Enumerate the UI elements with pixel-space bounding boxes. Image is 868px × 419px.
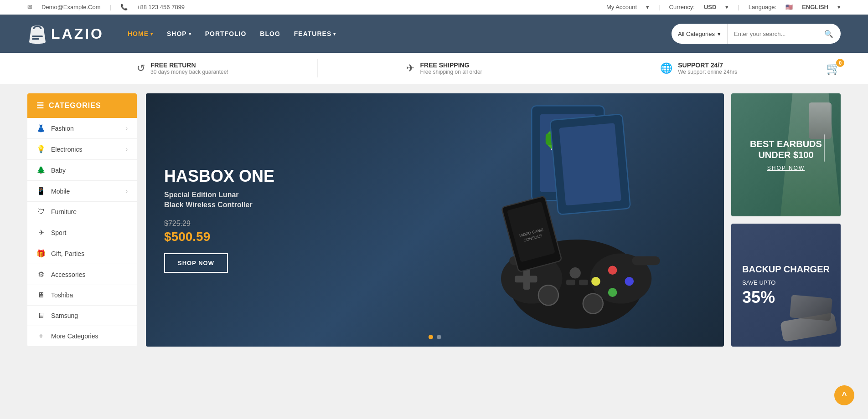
- banner-price-old: $725.29: [164, 220, 274, 228]
- search-bar: All Categories ▾ 🔍: [672, 24, 841, 44]
- cart-button[interactable]: 🛒 0: [826, 61, 841, 76]
- search-button[interactable]: 🔍: [817, 30, 841, 38]
- fashion-icon: 👗: [36, 124, 46, 133]
- feature-support-sub: We support online 24hrs: [678, 69, 737, 75]
- nav-shop[interactable]: SHOP ▾: [167, 30, 191, 37]
- features-chevron: ▾: [333, 31, 336, 36]
- currency-value[interactable]: USD: [704, 4, 716, 10]
- banner-subtitle-1: Special Edition Lunar: [164, 191, 239, 199]
- search-category-dropdown[interactable]: All Categories ▾: [672, 24, 728, 44]
- category-toshiba-label: Toshiba: [51, 291, 73, 299]
- account-chevron: ▾: [646, 4, 649, 10]
- category-mobile[interactable]: 📱 Mobile ›: [27, 181, 137, 202]
- main-banner: HASBOX ONE Special Edition Lunar Black W…: [146, 93, 724, 347]
- language-value[interactable]: ENGLISH: [802, 4, 828, 10]
- shipping-icon: ✈: [406, 62, 414, 74]
- search-category-label: All Categories: [678, 31, 715, 37]
- category-samsung[interactable]: 🖥 Samsung: [27, 306, 137, 326]
- currency-chevron: ▾: [725, 4, 728, 10]
- banner-price-new: $500.59: [164, 230, 274, 244]
- nav-blog[interactable]: BLOG: [260, 30, 280, 37]
- svg-point-16: [608, 266, 617, 275]
- dot-1[interactable]: [429, 335, 433, 339]
- samsung-icon: 🖥: [36, 312, 46, 320]
- svg-rect-10: [559, 123, 621, 206]
- more-icon: +: [36, 332, 46, 340]
- nav-home[interactable]: HOME ▾: [128, 30, 153, 37]
- category-gift-label: Gift, Parties: [51, 250, 84, 257]
- divider-1: |: [110, 4, 111, 10]
- electronics-icon: 💡: [36, 145, 46, 153]
- hero-area: HASBOX ONE Special Edition Lunar Black W…: [146, 93, 841, 347]
- sport-icon: ✈: [36, 228, 46, 237]
- earbuds-banner-text: BEST EARBUDS UNDER $100 SHOP NOW: [741, 129, 831, 180]
- top-bar-right: My Account ▾ | Currency: USD ▾ | Languag…: [606, 4, 841, 10]
- feature-return: ↺ FREE RETURN 30 days money back guarant…: [137, 61, 228, 75]
- category-baby[interactable]: 🌲 Baby: [27, 160, 137, 181]
- my-account-link[interactable]: My Account: [606, 4, 637, 10]
- charger-banner-title: BACKUP CHARGER: [742, 264, 830, 275]
- electronics-arrow: ›: [126, 146, 128, 153]
- sidebar-title: CATEGORIES: [49, 102, 101, 110]
- earbuds-banner-title: BEST EARBUDS UNDER $100: [750, 138, 822, 160]
- sidebar-header: ☰ CATEGORIES: [27, 93, 137, 118]
- charger-banner-text: BACKUP CHARGER SAVE UPTO 35%: [733, 255, 839, 316]
- svg-rect-0: [32, 36, 43, 37]
- dot-2[interactable]: [437, 335, 441, 339]
- category-electronics[interactable]: 💡 Electronics ›: [27, 139, 137, 160]
- side-banner-earbuds: BEST EARBUDS UNDER $100 SHOP NOW: [731, 93, 841, 216]
- svg-point-19: [591, 277, 600, 286]
- toshiba-icon: 🖥: [36, 291, 46, 299]
- category-gift[interactable]: 🎁 Gift, Parties: [27, 243, 137, 264]
- category-furniture[interactable]: 🛡 Furniture: [27, 202, 137, 222]
- top-bar: ✉ Demo@Example.Com | 📞 +88 123 456 7899 …: [0, 0, 868, 15]
- gift-icon: 🎁: [36, 249, 46, 258]
- logo[interactable]: LAZIO: [27, 23, 109, 45]
- banner-title: HASBOX ONE: [164, 167, 274, 185]
- svg-point-21: [583, 294, 603, 314]
- cart-badge: 0: [836, 59, 844, 67]
- category-more-label: More Categories: [51, 332, 98, 340]
- svg-point-20: [538, 286, 558, 306]
- language-chevron: ▾: [837, 4, 841, 10]
- feature-divider-1: [317, 59, 318, 77]
- top-bar-left: ✉ Demo@Example.Com | 📞 +88 123 456 7899: [27, 4, 185, 10]
- banner-subtitle-2: Black Wireless Controller: [164, 201, 253, 209]
- banner-dots: [429, 335, 441, 339]
- nav-features[interactable]: FEATURES ▾: [294, 30, 336, 37]
- category-toshiba[interactable]: 🖥 Toshiba: [27, 285, 137, 306]
- category-accessories[interactable]: ⚙ Accessories: [27, 264, 137, 285]
- feature-return-title: FREE RETURN: [150, 61, 228, 69]
- charger-save-text: SAVE UPTO: [742, 279, 830, 286]
- phone-number: +88 123 456 7899: [137, 4, 185, 10]
- feature-shipping-sub: Free shipping on all order: [420, 69, 482, 75]
- category-mobile-label: Mobile: [51, 188, 70, 195]
- sidebar: ☰ CATEGORIES 👗 Fashion › 💡 Electronics ›…: [27, 93, 137, 347]
- category-sport[interactable]: ✈ Sport: [27, 222, 137, 243]
- svg-point-18: [608, 288, 617, 297]
- mobile-icon: 📱: [36, 187, 46, 195]
- feature-return-text: FREE RETURN 30 days money back guarantee…: [150, 61, 228, 75]
- nav-portfolio[interactable]: PORTFOLIO: [205, 30, 247, 37]
- earbuds-shop-now[interactable]: SHOP NOW: [750, 165, 822, 171]
- category-fashion[interactable]: 👗 Fashion ›: [27, 118, 137, 139]
- search-category-chevron: ▾: [718, 31, 721, 37]
- accessories-icon: ⚙: [36, 270, 46, 279]
- features-bar: ↺ FREE RETURN 30 days money back guarant…: [0, 53, 868, 84]
- category-fashion-label: Fashion: [51, 125, 74, 132]
- feature-shipping-text: FREE SHIPPING Free shipping on all order: [420, 61, 482, 75]
- banner-shop-now-button[interactable]: SHOP NOW: [164, 253, 228, 273]
- svg-point-24: [570, 268, 581, 279]
- divider-2: |: [658, 4, 660, 10]
- game-controller-svg: FAST CARS Street Racing Series: [386, 93, 724, 347]
- feature-return-sub: 30 days money back guarantee!: [150, 69, 228, 75]
- logo-text: LAZIO: [51, 26, 104, 42]
- support-icon: 🌐: [660, 62, 672, 74]
- side-banner-charger: BACKUP CHARGER SAVE UPTO 35%: [731, 224, 841, 347]
- feature-shipping-title: FREE SHIPPING: [420, 61, 482, 69]
- feature-support: 🌐 SUPPORT 24/7 We support online 24hrs: [660, 61, 737, 75]
- furniture-icon: 🛡: [36, 208, 46, 216]
- category-more[interactable]: + More Categories: [27, 326, 137, 347]
- search-input[interactable]: [728, 31, 817, 37]
- main-nav: HOME ▾ SHOP ▾ PORTFOLIO BLOG FEATURES ▾: [128, 30, 653, 37]
